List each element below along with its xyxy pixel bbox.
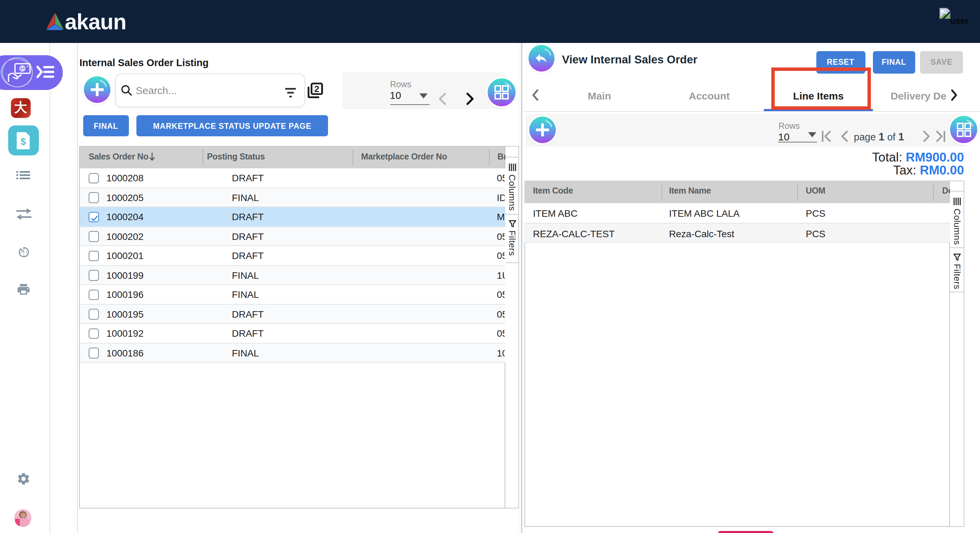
svg-text:$: $ xyxy=(21,65,24,71)
svg-text:$: $ xyxy=(21,136,26,146)
svg-text:2: 2 xyxy=(314,84,319,94)
